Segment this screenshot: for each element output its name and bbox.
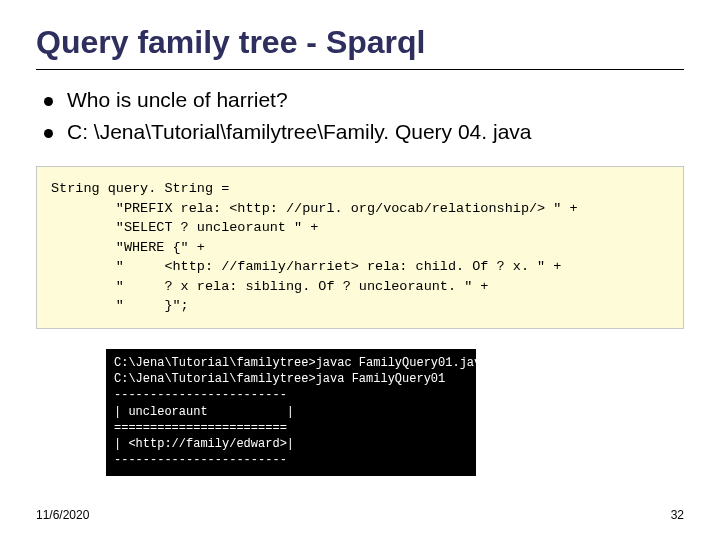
- terminal-line: | <http://family/edward>|: [114, 436, 468, 452]
- terminal-line: C:\Jena\Tutorial\familytree>java FamilyQ…: [114, 371, 468, 387]
- page-title: Query family tree - Sparql: [36, 24, 684, 61]
- code-line: "PREFIX rela: <http: //purl. org/vocab/r…: [51, 201, 578, 216]
- title-underline: [36, 69, 684, 70]
- code-line: "WHERE {" +: [51, 240, 205, 255]
- code-block: String query. String = "PREFIX rela: <ht…: [36, 166, 684, 329]
- code-line: " <http: //family/harriet> rela: child. …: [51, 259, 561, 274]
- code-line: " ? x rela: sibling. Of ? uncleoraunt. "…: [51, 279, 488, 294]
- terminal-line: ========================: [114, 420, 468, 436]
- slide: Query family tree - Sparql Who is uncle …: [0, 0, 720, 540]
- bullet-dot-icon: [44, 97, 53, 106]
- list-item: C: \Jena\Tutorial\familytree\Family. Que…: [44, 120, 684, 144]
- terminal-line: | uncleoraunt |: [114, 404, 468, 420]
- footer-page-number: 32: [671, 508, 684, 522]
- bullet-dot-icon: [44, 129, 53, 138]
- bullet-text: Who is uncle of harriet?: [67, 88, 288, 112]
- code-line: String query. String =: [51, 181, 229, 196]
- terminal-line: C:\Jena\Tutorial\familytree>javac Family…: [114, 355, 468, 371]
- terminal-output: C:\Jena\Tutorial\familytree>javac Family…: [106, 349, 476, 476]
- bullet-text: C: \Jena\Tutorial\familytree\Family. Que…: [67, 120, 532, 144]
- terminal-line: ------------------------: [114, 452, 468, 468]
- slide-footer: 11/6/2020 32: [36, 508, 684, 522]
- terminal-line: ------------------------: [114, 387, 468, 403]
- footer-date: 11/6/2020: [36, 508, 89, 522]
- code-line: "SELECT ? uncleoraunt " +: [51, 220, 318, 235]
- bullet-list: Who is uncle of harriet? C: \Jena\Tutori…: [44, 88, 684, 144]
- code-line: " }";: [51, 298, 189, 313]
- list-item: Who is uncle of harriet?: [44, 88, 684, 112]
